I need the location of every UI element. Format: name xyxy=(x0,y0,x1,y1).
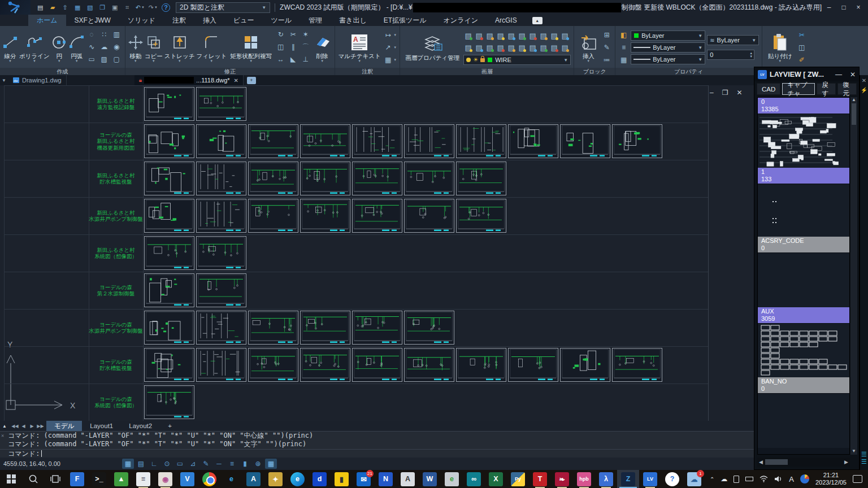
taskbar-app-mail[interactable]: ✉21 xyxy=(353,470,375,488)
drawing-thumbnail[interactable] xyxy=(248,199,298,235)
command-input[interactable]: コマンド: xyxy=(0,449,868,457)
taskbar-app-red-bird-app[interactable]: ❧ xyxy=(551,470,573,488)
collapse-command-icon[interactable]: ▲ xyxy=(0,421,9,430)
layer-states-icon[interactable]: ▤ xyxy=(539,42,548,53)
taskbar-app-onenote[interactable]: N xyxy=(375,470,397,488)
layer-properties-button[interactable]: 画層プロパティ管理 xyxy=(403,34,462,61)
snap-mode-toggle[interactable]: ▦ xyxy=(122,459,134,469)
layer-vp-freeze-icon[interactable]: ▤ xyxy=(517,30,527,41)
layview-layer-item[interactable]: AUX3059 xyxy=(758,307,849,377)
layview-button-復元[interactable]: 復元 xyxy=(837,83,857,95)
drawing-thumbnail[interactable] xyxy=(404,124,454,160)
layer-settings-icon[interactable]: ▤ xyxy=(560,30,570,41)
doc-minimize-button[interactable]: – xyxy=(710,89,714,97)
lineweight-dropdown[interactable]: ByLayer ▼ xyxy=(631,54,705,64)
doc-tab-menu-icon[interactable]: ▼ xyxy=(0,78,8,83)
dock-close-icon[interactable]: ✕ xyxy=(862,77,866,84)
drawing-thumbnail[interactable] xyxy=(352,199,402,235)
taskbar-app-excel[interactable]: X xyxy=(485,470,507,488)
help-icon[interactable]: ? xyxy=(162,3,170,12)
close-button[interactable]: × xyxy=(851,3,866,11)
drawing-thumbnail[interactable] xyxy=(196,124,246,160)
circle-button[interactable]: 円▼ xyxy=(51,32,67,63)
drawing-thumbnail[interactable] xyxy=(456,348,506,384)
print-icon[interactable]: ▣ xyxy=(111,3,119,12)
taskbar-app-autodesk[interactable]: A xyxy=(242,470,264,488)
explode-icon[interactable]: ✶ xyxy=(300,29,311,40)
move-button[interactable]: 移動▼ xyxy=(128,32,143,63)
ribbon-tab-管理[interactable]: 管理 xyxy=(300,15,331,26)
drawing-thumbnail[interactable] xyxy=(196,199,246,235)
dock-menu-icon[interactable]: ☰☰ xyxy=(861,451,867,465)
revision-cloud-icon[interactable]: ☁ xyxy=(99,41,110,53)
drawing-thumbnail[interactable] xyxy=(404,162,454,198)
drawing-thumbnail[interactable] xyxy=(300,348,350,384)
edit-block-icon[interactable]: ✎ xyxy=(601,42,612,53)
attribute-manager-icon[interactable]: ≔ xyxy=(601,54,612,66)
drawing-thumbnail[interactable] xyxy=(300,162,350,198)
layout-tab-Layout1[interactable]: Layout1 xyxy=(82,421,121,431)
layer-delete-icon[interactable]: ▤ xyxy=(528,30,537,41)
drawing-thumbnail[interactable] xyxy=(144,199,194,235)
linetype-dropdown[interactable]: ByLayer ▼ xyxy=(631,42,705,53)
layview-horizontal-scrollbar[interactable]: ◀ ▶ xyxy=(757,457,850,467)
table-icon[interactable]: ▦ xyxy=(383,54,393,66)
wifi-icon[interactable] xyxy=(760,476,768,482)
polyline-button[interactable]: ポリライン▼ xyxy=(19,32,50,63)
close-tab-icon[interactable]: ✕ xyxy=(234,77,238,84)
tray-expand-icon[interactable]: ⌃ xyxy=(710,476,714,482)
undo-icon[interactable]: ↶▼ xyxy=(136,3,145,12)
drawing-thumbnail[interactable] xyxy=(144,87,194,123)
taskbar-app-power-bi[interactable]: ▮ xyxy=(331,470,353,488)
drawing-thumbnail[interactable] xyxy=(196,236,246,272)
drawing-thumbnail[interactable] xyxy=(300,199,350,235)
doc-restore-button[interactable]: ❐ xyxy=(722,89,728,97)
drawing-thumbnail[interactable] xyxy=(352,124,402,160)
action-center-icon[interactable] xyxy=(853,475,862,483)
taskbar-app-chrome[interactable] xyxy=(198,470,220,488)
layout-tab-モデル[interactable]: モデル xyxy=(46,421,82,431)
save-as-icon[interactable]: ▧ xyxy=(86,3,94,12)
drawing-thumbnail[interactable] xyxy=(248,162,298,198)
object-snap-tracking-toggle[interactable]: ⊿ xyxy=(187,459,199,469)
layer-copy-icon[interactable]: ▤ xyxy=(539,30,548,41)
ellipse-icon[interactable]: ◌ xyxy=(86,29,97,40)
copy-button[interactable]: コピー▼ xyxy=(145,32,163,63)
drawing-thumbnail[interactable] xyxy=(248,124,298,160)
rotate-icon[interactable]: ↻ xyxy=(275,29,286,40)
offset-icon[interactable]: ∥ xyxy=(288,41,298,53)
fillet-button[interactable]: フィレット▼ xyxy=(196,32,227,63)
task-view-button[interactable] xyxy=(44,470,66,488)
transparency-toggle[interactable]: ▮ xyxy=(239,459,251,469)
copy-clip-icon[interactable]: ◫ xyxy=(796,42,807,53)
linetype-display-toggle[interactable]: ≡ xyxy=(226,459,238,469)
doc-tab-current[interactable]: 🔒︎ ...1118.dwg* ✕ xyxy=(134,75,244,85)
layer-unisolate-icon[interactable]: ▤ xyxy=(549,30,559,41)
layer-isolate-icon[interactable]: ▤ xyxy=(463,42,473,53)
battery-icon[interactable] xyxy=(745,477,753,481)
doc-tab-drawing1[interactable]: dw Drawing1.dwg xyxy=(8,75,67,85)
dynamic-input-toggle[interactable]: ✎ xyxy=(200,459,212,469)
ribbon-tab-ホーム[interactable]: ホーム xyxy=(28,15,66,26)
layview-button-キャプチャ[interactable]: キャプチャ xyxy=(782,83,815,95)
join-icon[interactable]: ⊥ xyxy=(300,54,311,65)
stretch-button[interactable]: ストレッチ▼ xyxy=(164,32,195,63)
region-icon[interactable]: ▭ xyxy=(86,54,97,65)
layer-item-header[interactable]: AUX3059 xyxy=(758,307,849,323)
ribbon-tab-挿入[interactable]: 挿入 xyxy=(194,15,225,26)
drawing-canvas[interactable]: – ❐ ✕ Y X 新田ふるさと村遠方監視記録盤ヨーデルの森新田ふるさと村機器更… xyxy=(0,85,868,421)
break-icon[interactable]: ⌒ xyxy=(300,41,311,53)
command-close-icon[interactable]: ✕ xyxy=(1,433,4,438)
layer-item-header[interactable]: 013385 xyxy=(758,98,849,114)
layer-freeze-icon[interactable]: ▤ xyxy=(474,30,484,41)
ribbon-tab-ET拡張ツール[interactable]: ET拡張ツール xyxy=(375,15,435,26)
search-button[interactable] xyxy=(22,470,44,488)
layview-layer-item[interactable]: ACSRY_CODE0 xyxy=(758,237,849,307)
taskbar-app-d-app[interactable]: d xyxy=(309,470,331,488)
layer-merge-icon[interactable]: ▤ xyxy=(517,42,527,53)
lineweight-display-toggle[interactable]: ─ xyxy=(213,459,225,469)
redo-icon[interactable]: ↷▼ xyxy=(149,3,158,12)
first-layout-icon[interactable]: ◀◀ xyxy=(11,424,19,429)
last-layout-icon[interactable]: ▶▶ xyxy=(37,424,44,429)
taskbar-app-layview-app[interactable]: LV xyxy=(639,470,661,488)
